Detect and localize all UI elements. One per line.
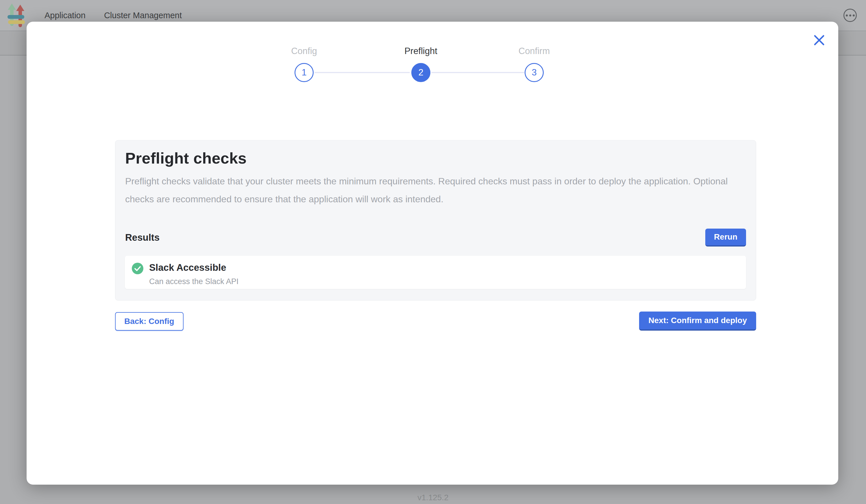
- check-pass-icon: [132, 263, 143, 276]
- stepper-connector: [314, 72, 410, 73]
- step-label-preflight: Preflight: [404, 46, 437, 56]
- results-heading: Results: [125, 232, 159, 243]
- check-result-row: Slack Accessible Can access the Slack AP…: [125, 256, 746, 289]
- panel-title: Preflight checks: [125, 149, 746, 167]
- next-button[interactable]: Next: Confirm and deploy: [639, 312, 756, 331]
- check-title: Slack Accessible: [149, 262, 238, 273]
- step-label-confirm: Confirm: [519, 46, 550, 56]
- replicated-logo: [8, 3, 24, 27]
- ellipsis-menu-icon[interactable]: [843, 9, 857, 22]
- preflight-panel: Preflight checks Preflight checks valida…: [115, 140, 756, 301]
- nav-item-application[interactable]: Application: [45, 11, 86, 20]
- step-number: 1: [301, 67, 307, 78]
- rerun-button[interactable]: Rerun: [705, 228, 746, 247]
- step-circle-3: 3: [525, 63, 544, 82]
- ellipsis-dot: [846, 14, 848, 16]
- app-version: v1.125.2: [0, 493, 866, 502]
- logo-teal-bar: [8, 15, 24, 19]
- check-detail: Can access the Slack API: [149, 277, 238, 286]
- step-circle-2: 2: [411, 63, 430, 82]
- step-number: 2: [418, 67, 423, 78]
- results-row: Results Rerun: [125, 228, 746, 247]
- nav-item-cluster-management[interactable]: Cluster Management: [104, 11, 182, 20]
- deploy-wizard-modal: Config Preflight Confirm 1 2 3 Preflight…: [26, 22, 838, 485]
- panel-description: Preflight checks validate that your clus…: [125, 172, 735, 208]
- ellipsis-dot: [853, 14, 855, 16]
- back-button[interactable]: Back: Config: [115, 312, 184, 331]
- step-circle-1: 1: [295, 63, 314, 82]
- logo-gold-bar: [8, 20, 25, 24]
- stepper-connector: [431, 72, 524, 73]
- primary-nav: Application Cluster Management: [45, 11, 182, 20]
- wizard-stepper: Config Preflight Confirm 1 2 3: [26, 22, 838, 97]
- step-number: 3: [532, 67, 536, 78]
- check-text: Slack Accessible Can access the Slack AP…: [149, 262, 238, 286]
- step-label-config: Config: [291, 46, 317, 56]
- ellipsis-dot: [849, 14, 851, 16]
